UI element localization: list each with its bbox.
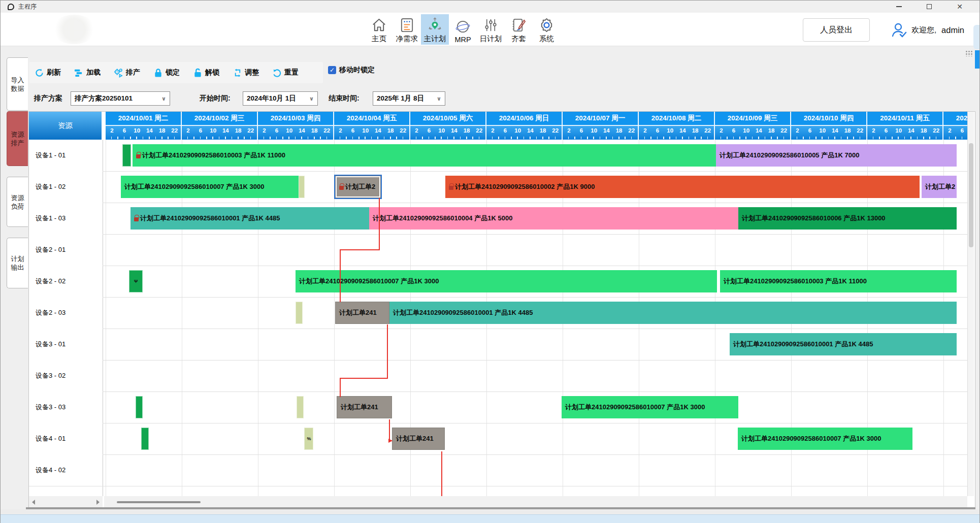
gantt-bar[interactable]: 计划工单2 bbox=[922, 176, 957, 198]
nav-item-label: 系统 bbox=[539, 34, 554, 44]
day-header: 2024/10/04 周五 bbox=[334, 112, 410, 125]
gantt-bar[interactable]: 计划工单241 bbox=[392, 428, 445, 450]
resize-grip[interactable] bbox=[965, 50, 973, 56]
gantt-bar[interactable] bbox=[122, 144, 131, 167]
resource-row-label: 设备3 - 02 bbox=[29, 360, 103, 391]
main-nav: 主页净需求主计划MRP日计划齐套系统 bbox=[365, 14, 561, 45]
row-gridline bbox=[29, 234, 967, 235]
toolbar-button-label: 加载 bbox=[86, 68, 101, 77]
end-time-select[interactable]: 2025年 1月 8日∨ bbox=[373, 91, 445, 106]
gantt-bar[interactable]: 计划工单24102909092586010001 产品1K 4485 bbox=[389, 302, 957, 324]
lock-on-move-checkbox[interactable]: ✓ 移动时锁定 bbox=[328, 66, 375, 75]
gantt-bar[interactable]: 计划工单24102909092586010007 产品1K 3000 bbox=[121, 176, 299, 198]
gantt-bar[interactable]: 计划工单24102909092586010002 产品1K 9000 bbox=[445, 176, 920, 198]
gantt-bar[interactable]: 计划工单24102909092586010006 产品1K 13000 bbox=[738, 207, 957, 230]
plan-select[interactable]: 排产方案20250101∨ bbox=[71, 91, 170, 106]
minimize-button[interactable] bbox=[890, 1, 907, 13]
vertical-scrollbar-thumb[interactable] bbox=[969, 143, 973, 247]
toolbar-button-解锁[interactable]: 解锁 bbox=[193, 68, 219, 78]
resource-row-label: 设备1 - 03 bbox=[29, 203, 103, 234]
row-gridline bbox=[29, 266, 967, 266]
gantt-bar[interactable]: 计划工单241 bbox=[337, 396, 392, 418]
nav-item-系统[interactable]: 系统 bbox=[533, 14, 561, 45]
chevron-down-icon: ∨ bbox=[309, 95, 314, 102]
end-time-label: 结束时间: bbox=[329, 94, 360, 103]
toolbar-button-重置[interactable]: 重置 bbox=[272, 68, 299, 78]
app-logo-watermark bbox=[51, 15, 97, 44]
gantt-bar[interactable]: 计划工单24102909092586010007 产品1K 3000 bbox=[738, 428, 912, 450]
horizontal-scrollbar[interactable] bbox=[104, 496, 967, 508]
gantt-bar[interactable]: 计划工单24102909092586010007 产品1K 3000 bbox=[562, 396, 738, 418]
sidebar-tab-计划输出[interactable]: 计划输出 bbox=[7, 238, 28, 288]
toolbar-button-锁定[interactable]: 锁定 bbox=[153, 68, 180, 78]
nav-item-齐套[interactable]: 齐套 bbox=[505, 14, 533, 45]
gantt-bar[interactable]: 计划工单24102909092586010001 产品1K 4485 bbox=[130, 207, 369, 230]
nav-item-净需求[interactable]: 净需求 bbox=[393, 14, 421, 45]
checkbox-check-icon[interactable]: ✓ bbox=[328, 66, 336, 74]
hour-ticks bbox=[867, 137, 941, 139]
gantt-bar[interactable]: 计划工单24102909092586010004 产品1K 5000 bbox=[369, 207, 738, 230]
gantt-bar[interactable]: 计划工单24102909092586010003 产品1K 11000 bbox=[133, 144, 716, 167]
horizontal-scrollbar-thumb[interactable] bbox=[117, 501, 201, 503]
resource-row-label: 设备4 - 02 bbox=[29, 454, 103, 486]
gantt-bar[interactable] bbox=[136, 396, 143, 418]
user-icon bbox=[890, 21, 907, 39]
scroll-right-icon[interactable] bbox=[96, 500, 100, 505]
mrp-icon bbox=[455, 19, 471, 35]
toolbar-button-刷新[interactable]: 刷新 bbox=[35, 68, 61, 78]
gantt-bar-label: 计划工单24102909092586010007 产品1K 3000 bbox=[299, 277, 439, 286]
refresh-icon bbox=[35, 68, 47, 78]
right-edge-panel-light bbox=[973, 25, 979, 49]
nav-item-主计划[interactable]: 主计划 bbox=[421, 14, 449, 45]
nav-item-MRP[interactable]: MRP bbox=[449, 14, 477, 45]
day-gridline bbox=[106, 140, 106, 496]
row-gridline bbox=[29, 297, 967, 298]
nav-item-label: 主计划 bbox=[424, 34, 446, 44]
nav-item-主页[interactable]: 主页 bbox=[365, 14, 393, 45]
gantt-bar[interactable]: 计划工单24102909092586010001 产品1K 4485 bbox=[730, 333, 957, 355]
gantt-panel: 2024/10/01 周二26101418222024/10/02 周三2610… bbox=[28, 111, 975, 508]
day-hour-scale: 2610141822 bbox=[106, 126, 181, 140]
gantt-bar[interactable]: 计划工单241 bbox=[335, 302, 389, 324]
resource-column-scrollbar[interactable] bbox=[29, 496, 103, 508]
gantt-bar[interactable] bbox=[299, 176, 305, 198]
toolbar-button-label: 调整 bbox=[245, 68, 259, 77]
user-name: admin bbox=[941, 25, 964, 35]
chevron-down-icon: ∨ bbox=[437, 95, 441, 102]
vertical-scrollbar[interactable] bbox=[967, 112, 974, 496]
gantt-bar-label: 计划工单24102909092586010005 产品1K 7000 bbox=[720, 151, 859, 160]
gantt-bar[interactable]: 计划工单24102909092586010003 产品1K 11000 bbox=[720, 270, 957, 292]
toolbar-button-排产[interactable]: 排产 bbox=[114, 68, 140, 78]
start-time-select[interactable]: 2024年10月 1日∨ bbox=[243, 91, 318, 106]
row-gridline bbox=[29, 203, 967, 203]
day-hour-scale: 2610141822 bbox=[182, 126, 257, 140]
hour-ticks bbox=[106, 137, 180, 139]
logout-button[interactable]: 人员登出 bbox=[803, 18, 870, 42]
gantt-bar[interactable]: % bbox=[304, 428, 313, 450]
day-header: 2024/10/09 周三 bbox=[715, 112, 791, 125]
toolbar-button-加载[interactable]: 加载 bbox=[74, 68, 101, 78]
toolbar-button-调整[interactable]: 调整 bbox=[233, 68, 259, 78]
gantt-bar[interactable]: 计划工单24102909092586010007 产品1K 3000 bbox=[296, 270, 717, 292]
gantt-bar[interactable]: 计划工单24102909092586010005 产品1K 7000 bbox=[716, 144, 957, 167]
gantt-bar-label: 计划工单24102909092586010002 产品1K 9000 bbox=[455, 182, 595, 191]
day-hour-scale: 2610141822 bbox=[486, 126, 562, 140]
scroll-left-icon[interactable] bbox=[32, 500, 35, 505]
filter-row: 排产方案 排产方案20250101∨ 开始时间: 2024年10月 1日∨ 结束… bbox=[1, 90, 979, 108]
maximize-button[interactable] bbox=[921, 1, 938, 13]
close-button[interactable]: ✕ bbox=[951, 1, 968, 13]
gantt-bar[interactable] bbox=[141, 428, 149, 450]
gantt-bar[interactable] bbox=[296, 302, 303, 324]
nav-item-日计划[interactable]: 日计划 bbox=[477, 14, 505, 45]
hour-ticks bbox=[182, 137, 256, 139]
day-hour-scale: 2610141822 bbox=[715, 126, 791, 140]
hour-ticks bbox=[410, 137, 484, 139]
master-plan-icon bbox=[427, 17, 443, 33]
sidebar-tab-资源排产[interactable]: 资源排产 bbox=[7, 111, 28, 166]
gantt-bar[interactable]: 计划工单2 bbox=[335, 176, 381, 198]
day-hour-scale: 2610141822 bbox=[867, 126, 943, 140]
gantt-bar[interactable] bbox=[297, 396, 304, 418]
sidebar-tab-资源负荷[interactable]: 资源负荷 bbox=[7, 177, 28, 227]
gantt-bar[interactable]: Ψ bbox=[129, 270, 143, 292]
row-gridline bbox=[29, 486, 967, 486]
